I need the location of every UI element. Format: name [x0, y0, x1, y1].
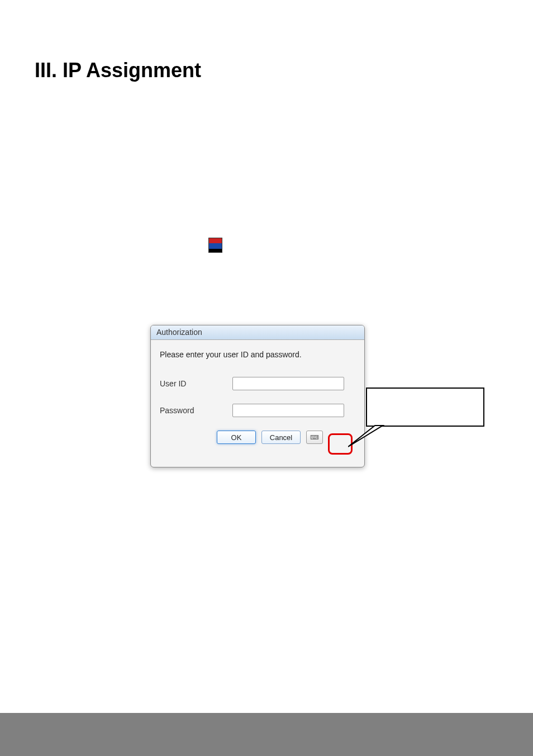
authorization-dialog: Authorization Please enter your user ID … — [150, 325, 365, 467]
cancel-button[interactable]: Cancel — [261, 431, 301, 444]
user-id-row: User ID — [160, 377, 355, 390]
virtual-keyboard-button[interactable]: ⌨ — [306, 431, 323, 444]
ok-button[interactable]: OK — [217, 431, 256, 444]
app-shortcut-icon — [208, 238, 222, 253]
keyboard-icon: ⌨ — [310, 434, 319, 441]
page-heading: III. IP Assignment — [35, 59, 201, 82]
button-row: OK Cancel ⌨ — [172, 431, 368, 444]
footer-bar — [0, 713, 533, 756]
user-id-input[interactable] — [232, 377, 344, 390]
password-row: Password — [160, 404, 355, 417]
callout-box — [366, 388, 484, 427]
password-input[interactable] — [232, 404, 344, 417]
dialog-body: Please enter your user ID and password. … — [151, 340, 364, 450]
dialog-title: Authorization — [151, 325, 364, 340]
dialog-message: Please enter your user ID and password. — [160, 350, 355, 359]
password-label: Password — [160, 406, 232, 415]
user-id-label: User ID — [160, 379, 232, 388]
